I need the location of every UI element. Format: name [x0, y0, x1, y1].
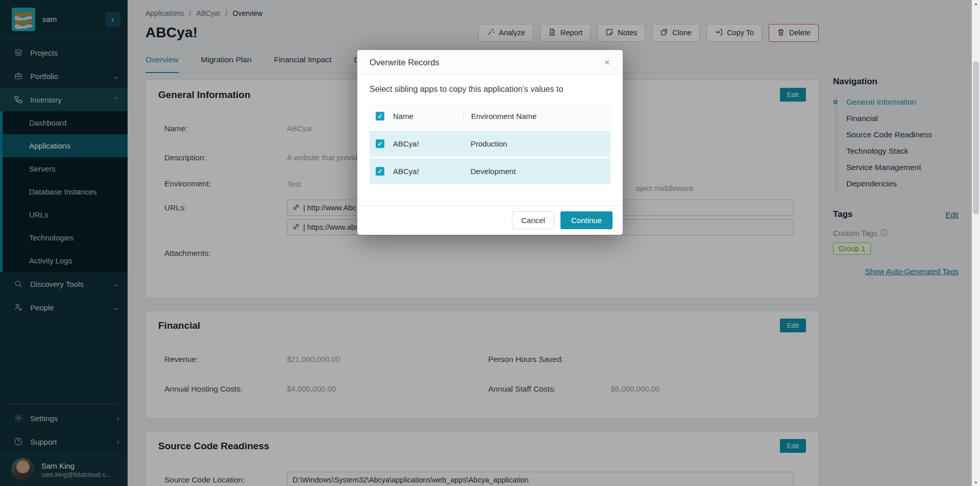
application-window: sam ‹ Projects Portfolio ⌄ [0, 0, 980, 486]
modal-title: Overwrite Records [370, 58, 439, 67]
modal-header: Overwrite Records ✕ [357, 50, 623, 76]
header-checkbox-cell [370, 112, 393, 120]
cancel-button[interactable]: Cancel [512, 211, 554, 229]
page-scrollbar[interactable]: ▲ ▼ [972, 0, 980, 486]
table-row[interactable]: ABCya! Development [370, 158, 610, 186]
cell-environment: Production [463, 139, 610, 148]
table-header-row: Name Environment Name [370, 103, 610, 131]
modal-body: Select sibling apps to copy this applica… [357, 76, 623, 186]
close-icon[interactable]: ✕ [604, 58, 610, 67]
row-checkbox-cell [370, 167, 393, 176]
row-checkbox[interactable] [376, 167, 384, 176]
row-checkbox[interactable] [376, 139, 384, 148]
table-row[interactable]: ABCya! Production [370, 131, 610, 158]
modal-prompt: Select sibling apps to copy this applica… [370, 85, 610, 94]
row-checkbox-cell [370, 139, 393, 148]
column-header-environment: Environment Name [463, 109, 610, 124]
continue-button[interactable]: Continue [560, 211, 612, 229]
sibling-apps-table: Name Environment Name ABCya! Production … [370, 103, 610, 186]
column-header-name: Name [393, 112, 463, 120]
select-all-checkbox[interactable] [376, 112, 384, 120]
overwrite-records-modal: Overwrite Records ✕ Select sibling apps … [357, 50, 623, 235]
scroll-up-arrow-icon[interactable]: ▲ [972, 0, 980, 7]
cell-name: ABCya! [393, 167, 463, 176]
scroll-down-arrow-icon[interactable]: ▼ [972, 479, 980, 486]
cell-name: ABCya! [393, 139, 463, 148]
modal-footer: Cancel Continue [357, 205, 623, 235]
scrollbar-thumb[interactable] [973, 61, 979, 214]
cell-environment: Development [463, 167, 610, 176]
